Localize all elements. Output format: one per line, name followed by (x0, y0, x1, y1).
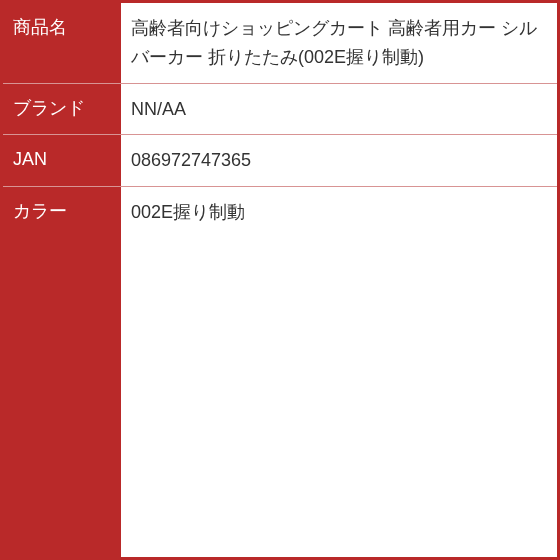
row-value-color: 002E握り制動 (121, 187, 557, 557)
row-label-jan: JAN (3, 135, 121, 186)
table-row: JAN 086972747365 (3, 135, 557, 187)
row-label-product-name: 商品名 (3, 3, 121, 83)
row-value-jan: 086972747365 (121, 135, 557, 186)
table-row: 商品名 高齢者向けショッピングカート 高齢者用カー シルバーカー 折りたたみ(0… (3, 3, 557, 84)
table-row: ブランド NN/AA (3, 84, 557, 136)
product-spec-table: 商品名 高齢者向けショッピングカート 高齢者用カー シルバーカー 折りたたみ(0… (3, 3, 557, 557)
row-value-brand: NN/AA (121, 84, 557, 135)
table-row: カラー 002E握り制動 (3, 187, 557, 557)
row-label-brand: ブランド (3, 84, 121, 135)
row-label-color: カラー (3, 187, 121, 557)
row-value-product-name: 高齢者向けショッピングカート 高齢者用カー シルバーカー 折りたたみ(002E握… (121, 3, 557, 83)
